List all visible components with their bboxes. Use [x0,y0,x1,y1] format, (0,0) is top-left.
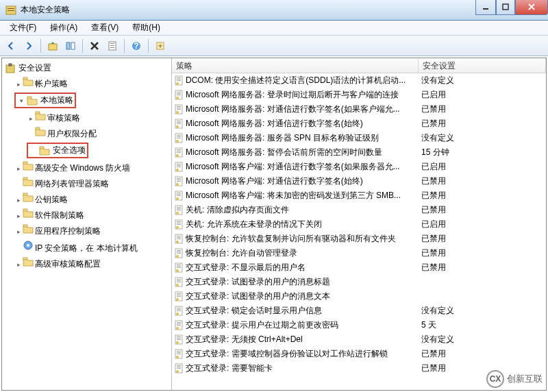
policy-name: Microsoft 网络服务器: 暂停会话前所需的空闲时间数量 [186,147,419,158]
policy-icon [172,349,186,360]
tree-item[interactable]: ▸帐户策略 [2,75,171,91]
tree-item[interactable]: ▾本地策略 [2,91,171,110]
tree-item[interactable]: ▸软件限制策略 [2,207,171,223]
list-row[interactable]: Microsoft 网络服务器: 对通信进行数字签名(如果客户端允...已禁用 [172,102,546,117]
column-header-setting[interactable]: 安全设置 [419,58,546,73]
svg-point-99 [176,269,179,272]
list-row[interactable]: Microsoft 网络服务器: 对通信进行数字签名(始终)已禁用 [172,117,546,131]
security-settings-icon [5,63,16,74]
list-row[interactable]: 关机: 清除虚拟内存页面文件已禁用 [172,203,546,217]
policy-icon [172,104,186,115]
tree-item[interactable]: ▸高级审核策略配置 [2,256,171,271]
svg-rect-3 [483,8,488,10]
policy-name: Microsoft 网络客户端: 将未加密的密码发送到第三方 SMB... [186,190,419,201]
list-row[interactable]: Microsoft 网络客户端: 将未加密的密码发送到第三方 SMB...已禁用 [172,188,546,203]
svg-point-109 [176,298,179,301]
expand-arrow-icon[interactable]: ▸ [14,164,23,173]
menu-file[interactable]: 文件(F) [3,21,43,35]
tree-item[interactable]: ▸审核策略 [2,110,171,125]
list-row[interactable]: Microsoft 网络客户端: 对通信进行数字签名(如果服务器允...已启用 [172,160,546,174]
list-row[interactable]: Microsoft 网络客户端: 对通信进行数字签名(始终)已禁用 [172,174,546,188]
tree-root[interactable]: 安全设置 [2,61,171,75]
policy-icon [172,176,186,187]
expand-arrow-icon[interactable]: ▸ [14,260,23,269]
maximize-button[interactable] [496,0,515,15]
tree-item[interactable]: ▸公钥策略 [2,191,171,207]
svg-rect-17 [23,77,27,79]
svg-point-44 [176,111,179,114]
tree-item[interactable]: 用户权限分配 [2,125,171,141]
back-button[interactable] [3,38,19,54]
menu-help[interactable]: 帮助(H) [125,21,167,35]
properties-button[interactable] [104,38,121,54]
policy-setting: 5 天 [419,319,546,331]
list-body[interactable]: DCOM: 使用安全描述符定义语言(SDDL)语法的计算机启动...没有定义Mi… [172,73,546,390]
list-row[interactable]: 恢复控制台: 允许软盘复制并访问所有驱动器和所有文件夹已禁用 [172,232,546,246]
svg-rect-43 [177,109,181,110]
tree-item-label: 帐户策略 [35,79,68,88]
list-row[interactable]: 交互式登录: 无须按 Ctrl+Alt+Del没有定义 [172,332,546,347]
folder-icon [35,111,46,121]
tree-item[interactable]: ▸应用程序控制策略 [2,223,171,238]
policy-setting: 没有定义 [419,305,546,317]
list-row[interactable]: Microsoft 网络服务器: 暂停会话前所需的空闲时间数量15 分钟 [172,145,546,160]
list-row[interactable]: 交互式登录: 试图登录的用户的消息文本 [172,289,546,304]
list-row[interactable]: 交互式登录: 需要域控制器身份验证以对工作站进行解锁已禁用 [172,347,546,361]
svg-point-28 [27,244,29,247]
policy-name: 交互式登录: 不显示最后的用户名 [186,262,419,273]
list-row[interactable]: 恢复控制台: 允许自动管理登录已禁用 [172,246,546,260]
policy-icon [172,75,186,86]
watermark-text: 创新互联 [507,373,543,385]
svg-rect-36 [177,92,181,93]
expand-arrow-icon[interactable]: ▸ [14,196,23,204]
watermark-icon: CX [486,370,504,388]
policy-name: 关机: 清除虚拟内存页面文件 [186,204,419,216]
svg-rect-106 [177,293,181,294]
list-row[interactable]: 交互式登录: 试图登录的用户的消息标题 [172,275,546,289]
tree-item[interactable]: ▸高级安全 Windows 防火墙 [2,160,171,175]
svg-rect-19 [36,112,40,114]
up-button[interactable] [45,38,61,54]
svg-rect-32 [177,79,181,79]
close-button[interactable] [515,0,548,15]
policy-setting: 没有定义 [419,334,546,345]
expand-arrow-icon[interactable]: ▾ [17,97,25,105]
svg-rect-5 [49,44,57,50]
folder-icon [23,257,34,267]
export-button[interactable] [152,38,169,54]
column-header-policy[interactable]: 策略 [172,58,419,73]
help-button[interactable]: ? [128,38,145,54]
expand-arrow-icon[interactable]: ▸ [14,80,23,88]
tree-item[interactable]: IP 安全策略，在 本地计算机 [2,238,171,256]
svg-rect-127 [177,352,181,353]
toolbar-separator [82,39,83,53]
expand-arrow-icon[interactable]: ▸ [14,228,23,236]
svg-rect-103 [177,282,181,282]
list-row[interactable]: DCOM: 使用安全描述符定义语言(SDDL)语法的计算机启动...没有定义 [172,73,546,88]
svg-rect-41 [177,106,181,107]
list-row[interactable]: 关机: 允许系统在未登录的情况下关闭已启用 [172,217,546,232]
policy-name: Microsoft 网络服务器: 服务器 SPN 目标名称验证级别 [186,132,419,144]
expand-arrow-icon[interactable]: ▸ [27,114,35,123]
svg-rect-71 [177,193,181,193]
list-row[interactable]: 交互式登录: 锁定会话时显示用户信息没有定义 [172,304,546,318]
forward-button[interactable] [21,38,37,54]
svg-rect-66 [177,178,181,179]
menu-action[interactable]: 操作(A) [43,21,84,35]
policy-icon [172,119,186,130]
list-row[interactable]: Microsoft 网络服务器: 服务器 SPN 目标名称验证级别没有定义 [172,131,546,145]
list-row[interactable]: Microsoft 网络服务器: 登录时间过期后断开与客户端的连接已启用 [172,88,546,102]
tree-item[interactable]: 网络列表管理器策略 [2,175,171,191]
show-hide-button[interactable] [62,38,79,54]
list-row[interactable]: 交互式登录: 不显示最后的用户名已禁用 [172,260,546,275]
minimize-button[interactable] [475,0,496,15]
tree-item-label: 网络列表管理器策略 [35,179,109,188]
delete-button[interactable] [86,38,103,54]
policy-name: 关机: 允许系统在未登录的情况下关闭 [186,219,419,230]
menubar: 文件(F) 操作(A) 查看(V) 帮助(H) [0,21,548,36]
tree-panel[interactable]: 安全设置 ▸帐户策略▾本地策略▸审核策略用户权限分配安全选项▸高级安全 Wind… [2,58,172,390]
tree-item[interactable]: 安全选项 [2,141,171,160]
expand-arrow-icon[interactable]: ▸ [14,212,23,220]
menu-view[interactable]: 查看(V) [84,21,125,35]
list-row[interactable]: 交互式登录: 提示用户在过期之前更改密码5 天 [172,318,546,332]
